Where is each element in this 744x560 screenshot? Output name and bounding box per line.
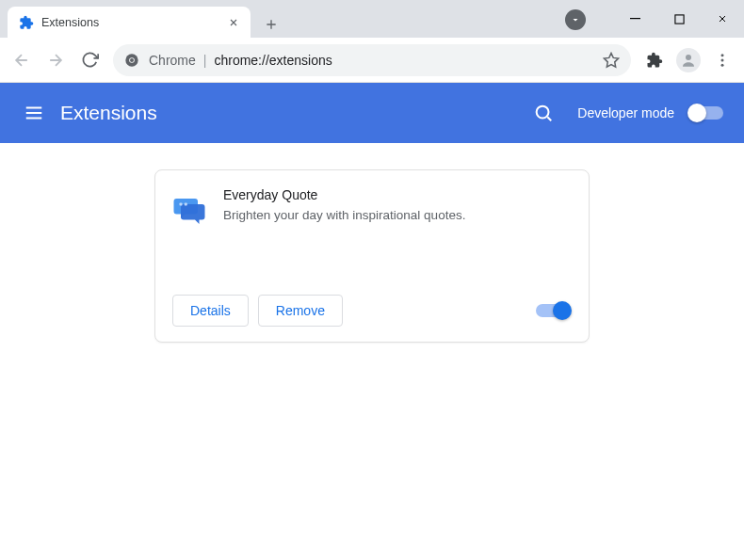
extensions-icon[interactable] [639,44,671,76]
search-icon[interactable] [525,94,562,132]
card-actions: Details Remove [172,295,572,327]
svg-rect-11 [185,203,187,206]
profile-badge-icon[interactable] [565,9,586,30]
new-tab-button[interactable] [258,11,284,38]
toggle-knob [553,301,572,320]
remove-button[interactable]: Remove [258,295,343,327]
minimize-button[interactable] [614,4,657,34]
developer-mode-label: Developer mode [577,105,674,120]
avatar-icon [676,48,701,72]
address-text: Chrome | chrome://extensions [149,53,332,68]
extension-info: Everyday Quote Brighten your day with in… [223,187,465,281]
card-top: Everyday Quote Brighten your day with in… [172,187,572,281]
forward-button[interactable] [40,44,72,76]
extensions-header: Extensions Developer mode [0,83,744,143]
tab-title: Extensions [41,16,226,29]
maximize-button[interactable] [657,4,701,34]
close-window-button[interactable] [701,4,744,34]
window-controls [614,0,744,38]
header-right: Developer mode [525,94,729,132]
toggle-knob [687,104,706,122]
hamburger-menu-icon[interactable] [15,94,53,132]
svg-point-4 [130,58,134,62]
extension-name: Everyday Quote [223,187,465,202]
extension-enable-toggle[interactable] [536,304,570,317]
extension-description: Brighten your day with inspirational quo… [223,208,465,222]
developer-mode-toggle[interactable] [689,106,723,120]
close-tab-icon[interactable] [226,15,241,30]
extensions-content: Everyday Quote Brighten your day with in… [0,143,744,558]
puzzle-piece-icon [19,15,34,30]
menu-button[interactable] [706,44,738,76]
page-title: Extensions [60,102,157,124]
browser-tab[interactable]: Extensions [8,7,251,39]
address-bar[interactable]: Chrome | chrome://extensions [113,44,631,76]
speech-bubble-icon [172,193,206,227]
profile-button[interactable] [672,44,704,76]
bookmark-star-icon[interactable] [603,52,620,69]
svg-rect-0 [630,18,640,19]
svg-rect-1 [674,14,683,23]
browser-toolbar: Chrome | chrome://extensions [0,38,744,83]
svg-rect-10 [180,203,183,206]
url-divider: | [203,53,207,68]
back-button[interactable] [6,44,38,76]
url-prefix: Chrome [149,53,196,68]
svg-point-7 [721,58,724,61]
chrome-icon [124,53,139,68]
extension-card: Everyday Quote Brighten your day with in… [154,169,590,343]
details-button[interactable]: Details [172,295,249,327]
svg-point-6 [721,54,724,56]
svg-point-9 [537,106,549,119]
reload-button[interactable] [73,44,105,76]
svg-point-5 [686,55,691,60]
url-path: chrome://extensions [214,53,332,68]
window-titlebar: Extensions [0,0,744,38]
svg-point-8 [721,63,724,66]
